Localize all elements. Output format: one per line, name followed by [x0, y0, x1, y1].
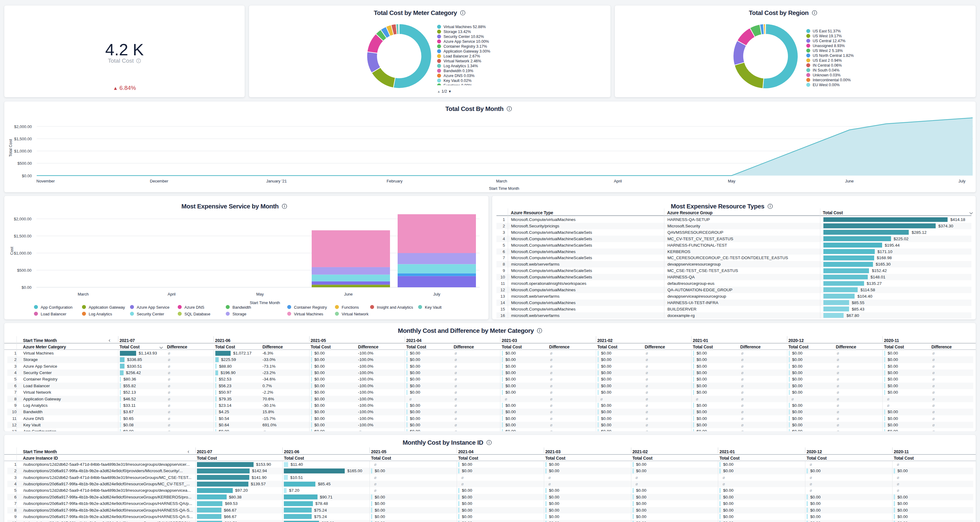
svg-text:$2,000.00: $2,000.00 — [14, 217, 32, 221]
svg-text:$1,500.00: $1,500.00 — [14, 136, 32, 141]
svg-text:November: November — [37, 179, 55, 183]
svg-text:$1,500.00: $1,500.00 — [14, 234, 32, 238]
svg-text:March: March — [496, 179, 507, 183]
svg-text:July: July — [433, 292, 441, 297]
svg-text:June: June — [344, 292, 353, 297]
svg-text:$500.00: $500.00 — [18, 161, 32, 166]
svg-text:January '21: January '21 — [266, 179, 287, 183]
svg-text:$500.00: $500.00 — [17, 268, 32, 273]
svg-text:$2,000.00: $2,000.00 — [14, 124, 32, 129]
svg-text:Start Time Month: Start Time Month — [250, 300, 280, 305]
svg-text:March: March — [78, 292, 89, 297]
svg-text:$1,000.00: $1,000.00 — [14, 149, 32, 154]
svg-text:April: April — [614, 179, 622, 183]
svg-text:May: May — [256, 292, 264, 297]
svg-text:May: May — [728, 179, 736, 183]
svg-text:April: April — [168, 292, 175, 297]
svg-text:$0.00: $0.00 — [22, 174, 32, 178]
svg-text:December: December — [150, 179, 169, 183]
svg-text:$1,000.00: $1,000.00 — [14, 251, 32, 255]
svg-text:$0.00: $0.00 — [21, 285, 32, 290]
svg-text:February: February — [387, 179, 403, 183]
svg-text:June: June — [845, 179, 854, 183]
svg-text:July: July — [958, 179, 966, 183]
svg-text:Start Time Month: Start Time Month — [489, 186, 519, 191]
